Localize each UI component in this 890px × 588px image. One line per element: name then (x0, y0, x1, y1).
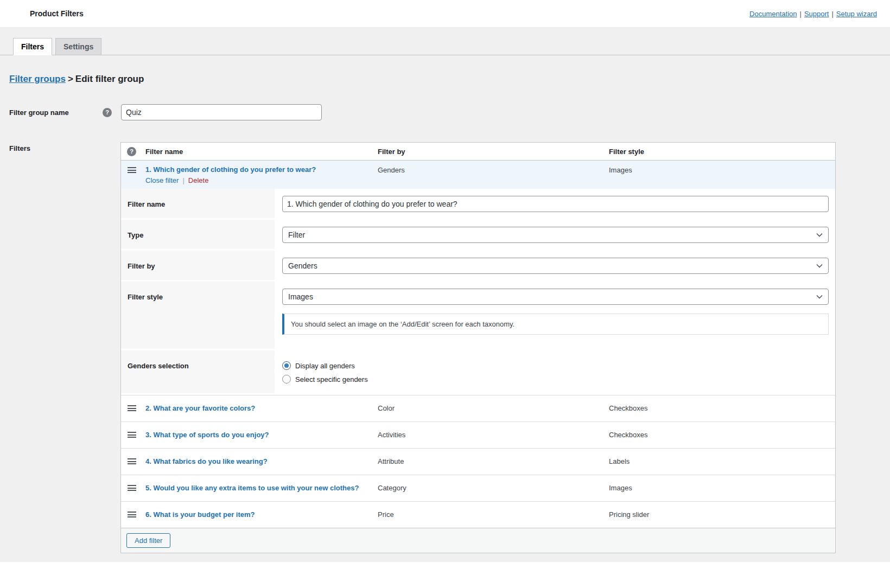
drag-handle-icon[interactable] (128, 432, 136, 438)
expanded-filter-panel: Filter name Type Filter (121, 189, 835, 395)
filter-by-cell: Category (378, 484, 609, 492)
support-link[interactable]: Support (804, 10, 829, 18)
col-filter-style: Filter style (609, 148, 835, 156)
drag-handle-icon[interactable] (128, 512, 136, 517)
filters-section-label: Filters (9, 142, 120, 152)
field-genders-selection: Genders selection Display all genders Se… (121, 350, 835, 395)
filter-row-title[interactable]: 1. Which gender of clothing do you prefe… (145, 165, 316, 174)
field-type-label: Type (121, 220, 275, 251)
filter-group-name-input[interactable] (121, 104, 322, 120)
filter-row-title[interactable]: 4. What fabrics do you like wearing? (145, 457, 378, 465)
content: Filter groups>Edit filter group Filter g… (0, 74, 890, 553)
field-genders-selection-label: Genders selection (121, 350, 275, 395)
filter-style-cell: Checkboxes (609, 404, 835, 412)
filter-by-cell: Activities (378, 431, 609, 439)
filter-style-notice: You should select an image on the ‘Add/E… (282, 314, 829, 335)
breadcrumb-filter-groups-link[interactable]: Filter groups (9, 74, 66, 84)
drag-handle-icon[interactable] (128, 458, 136, 464)
filter-by-cell: Color (378, 404, 609, 412)
field-type: Type Filter (121, 220, 835, 251)
header-links: Documentation|Support|Setup wizard (749, 10, 877, 18)
col-filter-name: Filter name (145, 148, 378, 156)
filter-style-select[interactable]: Images (282, 289, 829, 305)
link-separator: | (831, 10, 833, 18)
field-filter-style-label: Filter style (121, 282, 275, 350)
field-filter-name: Filter name (121, 189, 835, 220)
filter-style-cell: Images (609, 484, 835, 492)
field-filter-by-label: Filter by (121, 251, 275, 282)
table-row: 6. What is your budget per item? Price P… (121, 501, 835, 528)
tab-bar: Filters Settings (0, 27, 890, 55)
radio-display-all-genders[interactable]: Display all genders (282, 361, 829, 370)
filter-row-title[interactable]: 2. What are your favorite colors? (145, 404, 378, 412)
documentation-link[interactable]: Documentation (749, 10, 797, 18)
type-select-value: Filter (288, 231, 305, 239)
page-title: Product Filters (30, 9, 84, 18)
drag-handle-icon[interactable] (128, 485, 136, 491)
radio-button[interactable] (282, 361, 291, 370)
radio-button[interactable] (282, 375, 291, 384)
col-filter-by: Filter by (378, 148, 609, 156)
radio-select-specific-genders[interactable]: Select specific genders (282, 375, 829, 384)
filter-row-title[interactable]: 3. What type of sports do you enjoy? (145, 431, 378, 439)
chevron-down-icon (816, 233, 823, 237)
filter-style-cell: Checkboxes (609, 431, 835, 439)
field-filter-style: Filter style Images You should select an… (121, 282, 835, 350)
filter-name-input[interactable] (282, 196, 829, 212)
setup-wizard-link[interactable]: Setup wizard (836, 10, 877, 18)
page-body: Filters Settings Filter groups>Edit filt… (0, 27, 890, 562)
table-row: 2. What are your favorite colors? Color … (121, 395, 835, 421)
filter-style-cell: Images (609, 165, 835, 174)
filter-by-cell: Genders (378, 165, 609, 174)
chevron-down-icon (816, 264, 823, 268)
filter-style-cell: Pricing slider (609, 510, 835, 519)
drag-handle-icon[interactable] (128, 167, 136, 173)
table-row: 1. Which gender of clothing do you prefe… (121, 161, 835, 189)
help-icon[interactable]: ? (127, 147, 136, 156)
close-filter-link[interactable]: Close filter (145, 176, 179, 184)
tab-settings[interactable]: Settings (55, 38, 101, 55)
drag-handle-icon[interactable] (128, 405, 136, 411)
add-filter-button[interactable]: Add filter (126, 533, 170, 548)
top-bar: Product Filters Documentation|Support|Se… (0, 0, 890, 27)
filters-section: Filters ? Filter name Filter by Filter s… (9, 142, 836, 553)
row-name-cell: 1. Which gender of clothing do you prefe… (145, 165, 378, 184)
row-actions: Close filter|Delete (145, 176, 378, 184)
filter-by-cell: Price (378, 510, 609, 519)
table-footer: Add filter (121, 528, 835, 553)
link-separator: | (800, 10, 802, 18)
notice-text: You should select an image on the ‘Add/E… (291, 320, 514, 328)
filter-row-title[interactable]: 6. What is your budget per item? (145, 510, 378, 519)
action-separator: | (182, 176, 184, 184)
breadcrumb: Filter groups>Edit filter group (9, 74, 836, 85)
filter-by-select[interactable]: Genders (282, 258, 829, 274)
radio-label: Display all genders (295, 362, 355, 370)
filter-style-select-value: Images (288, 292, 313, 301)
table-row: 4. What fabrics do you like wearing? Att… (121, 448, 835, 475)
filter-group-name-label: Filter group name (9, 108, 103, 117)
filter-by-cell: Attribute (378, 457, 609, 465)
delete-filter-link[interactable]: Delete (188, 176, 209, 184)
table-row: 3. What type of sports do you enjoy? Act… (121, 421, 835, 448)
table-header: ? Filter name Filter by Filter style (121, 143, 835, 161)
breadcrumb-current: Edit filter group (75, 74, 144, 84)
help-icon[interactable]: ? (103, 108, 112, 117)
tab-filters[interactable]: Filters (13, 38, 52, 55)
filters-table: ? Filter name Filter by Filter style 1. … (120, 142, 836, 553)
filter-group-name-row: Filter group name ? (9, 104, 836, 120)
table-row: 5. Would you like any extra items to use… (121, 475, 835, 501)
type-select[interactable]: Filter (282, 227, 829, 243)
filter-row-title[interactable]: 5. Would you like any extra items to use… (145, 484, 378, 492)
field-filter-by: Filter by Genders (121, 251, 835, 282)
breadcrumb-separator: > (68, 74, 73, 84)
chevron-down-icon (816, 295, 823, 299)
filter-style-cell: Labels (609, 457, 835, 465)
field-filter-name-label: Filter name (121, 189, 275, 220)
filter-by-select-value: Genders (288, 261, 317, 270)
radio-label: Select specific genders (295, 375, 368, 384)
